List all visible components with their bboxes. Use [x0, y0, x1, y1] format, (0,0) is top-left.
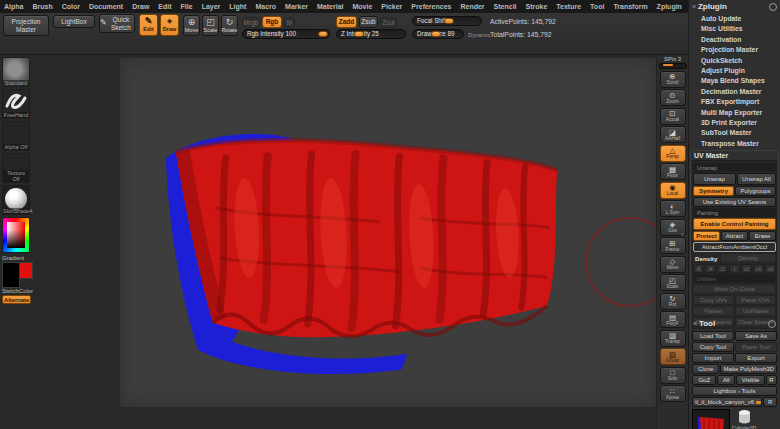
lightbox-button[interactable]: LightBox — [53, 15, 95, 28]
unflatten-button[interactable]: UnFlatten — [735, 306, 776, 316]
scroll-button[interactable]: ⊕Scroll — [660, 71, 686, 88]
zplugin-item-adjust-plugin[interactable]: Adjust Plugin — [701, 66, 780, 76]
unwrap-button[interactable]: Unwrap — [693, 173, 736, 185]
density-slider[interactable]: Density — [720, 253, 776, 263]
erase-button[interactable]: Erase — [749, 231, 776, 241]
zplugin-item-decimation-master[interactable]: Decimation Master — [701, 87, 780, 97]
make-polymesh3d-button[interactable]: Make PolyMesh3D — [720, 364, 777, 374]
document-viewport[interactable] — [120, 58, 656, 407]
zoom-button[interactable]: ⊙Zoom — [660, 89, 686, 106]
main-color-swatch[interactable] — [2, 262, 20, 288]
menu-color[interactable]: Color — [62, 3, 80, 10]
import-button[interactable]: Import — [692, 353, 734, 363]
collapse-arrow-icon[interactable]: « — [693, 320, 697, 327]
solo-button[interactable]: □Solo — [660, 367, 686, 384]
menu-marker[interactable]: Marker — [285, 3, 308, 10]
polyframe-button[interactable]: ▤PolyF — [660, 311, 686, 328]
color-picker[interactable] — [2, 217, 30, 253]
zplugin-item-deactivation[interactable]: Deactivation — [701, 35, 780, 45]
goz-button[interactable]: GoZ — [692, 375, 716, 385]
move-gizmo-button[interactable]: ◇Move — [660, 256, 686, 273]
zplugin-item-transpose-master[interactable]: Transpose Master — [701, 139, 780, 149]
sculpt-model[interactable] — [120, 58, 656, 407]
paste-uvs-button[interactable]: Paste UVs — [735, 295, 776, 305]
ghost-button[interactable]: ▧Ghost — [660, 348, 686, 365]
active-tool-thumbnail[interactable] — [692, 409, 730, 429]
density-step-4[interactable]: /4 — [705, 264, 716, 273]
draw-size-handle[interactable] — [431, 31, 441, 37]
menu-alpha[interactable]: Alpha — [4, 3, 23, 10]
copy-tool-button[interactable]: Copy Tool — [692, 342, 734, 352]
palette-menu-icon[interactable] — [768, 320, 776, 328]
export-button[interactable]: Export — [735, 353, 777, 363]
zplugin-item-multi-map-exporter[interactable]: Multi Map Exporter — [701, 108, 780, 118]
scale-gizmo-button[interactable]: ◰Scale — [660, 274, 686, 291]
zplugin-item-maya-blend-shapes[interactable]: Maya Blend Shapes — [701, 76, 780, 86]
menu-draw[interactable]: Draw — [132, 3, 149, 10]
flatten-button[interactable]: Flatten — [693, 306, 734, 316]
load-tool-button[interactable]: Load Tool — [692, 331, 734, 341]
alternate-button[interactable]: Alternate — [2, 295, 31, 304]
dynamic-label[interactable]: Dynamic — [468, 32, 491, 38]
aahalf-button[interactable]: ◪AAHalf — [660, 126, 686, 143]
menu-transform[interactable]: Transform — [613, 3, 647, 10]
zcut-button[interactable]: Zcut — [380, 17, 397, 28]
work-on-clone-button[interactable]: Work On Clone — [693, 284, 776, 294]
section-unwrap[interactable]: Unwrap — [693, 163, 776, 172]
section-painting[interactable]: Painting — [693, 208, 776, 217]
perspective-button[interactable]: △Persp — [660, 145, 686, 162]
zplugin-item-quicksketch[interactable]: QuickSketch — [701, 56, 780, 66]
z-intensity-handle[interactable] — [354, 31, 364, 37]
move-button[interactable]: ⊕ Move — [183, 15, 200, 36]
visible-button[interactable]: Visible — [736, 375, 765, 385]
rotate-gizmo-button[interactable]: ↻Rot — [660, 293, 686, 310]
menu-texture[interactable]: Texture — [556, 3, 581, 10]
local-pivot-button[interactable]: ◉Local — [660, 182, 686, 199]
canvas-area[interactable] — [33, 55, 656, 429]
current-tool-name-button[interactable]: tl_tl_block_canyon_v6 — [692, 397, 762, 407]
actual-size-button[interactable]: ⊡Actual — [660, 108, 686, 125]
menu-stroke[interactable]: Stroke — [526, 3, 548, 10]
menu-macro[interactable]: Macro — [255, 3, 276, 10]
scale-button[interactable]: ◰ Scale — [202, 15, 219, 36]
menu-light[interactable]: Light — [229, 3, 246, 10]
frame-button[interactable]: ⊞Frame — [660, 237, 686, 254]
edit-button[interactable]: ✎ Edit — [139, 14, 158, 36]
zplugin-item-subtool-master[interactable]: SubTool Master — [701, 128, 780, 138]
color-picker-gradient[interactable] — [7, 222, 25, 248]
menu-preferences[interactable]: Preferences — [411, 3, 451, 10]
secondary-color-swatch[interactable] — [19, 262, 33, 279]
m-button[interactable]: M — [284, 17, 295, 28]
zadd-button[interactable]: Zadd — [336, 16, 357, 28]
current-texture-thumbnail[interactable]: Texture Off — [2, 153, 30, 183]
menu-tool[interactable]: Tool — [590, 3, 604, 10]
menu-stencil[interactable]: Stencil — [494, 3, 517, 10]
spix-track[interactable] — [659, 63, 687, 69]
tool-slot-cylinder3d[interactable]: Cylinder3D — [732, 409, 756, 429]
density-step-x2[interactable]: x2 — [741, 264, 752, 273]
section-utilities[interactable]: Utilities — [693, 274, 776, 283]
zplugin-item-3d-print-exporter[interactable]: 3D Print Exporter — [701, 118, 780, 128]
transparency-button[interactable]: ▨Transp — [660, 330, 686, 347]
zplugin-item-misc-utilities[interactable]: Misc Utilities — [701, 24, 780, 34]
focal-shift-handle[interactable] — [444, 18, 454, 24]
xpose-button[interactable]: ∷Xpose — [660, 385, 686, 402]
menu-document[interactable]: Document — [89, 3, 123, 10]
quick-sketch-button[interactable]: ✎ Quick Sketch — [99, 14, 135, 33]
menu-render[interactable]: Render — [460, 3, 484, 10]
symmetry-button[interactable]: Symmetry — [693, 186, 734, 196]
current-stroke-thumbnail[interactable]: FreeHand — [2, 89, 30, 119]
uv-master-header[interactable]: UV Master — [691, 151, 778, 161]
attract-button[interactable]: Attract — [721, 231, 748, 241]
menu-material[interactable]: Material — [317, 3, 343, 10]
focal-shift-slider[interactable]: Focal Shift 0 — [412, 16, 482, 26]
density-step-1[interactable]: 1 — [729, 264, 740, 273]
save-as-button[interactable]: Save As — [735, 331, 777, 341]
draw-size-slider[interactable]: Draw Size 89 — [412, 29, 464, 39]
palette-menu-icon[interactable] — [769, 3, 777, 11]
enable-control-painting-button[interactable]: Enable Control Painting — [693, 218, 776, 230]
copy-uvs-button[interactable]: Copy UVs — [693, 295, 734, 305]
polygroups-button[interactable]: Polygroups — [735, 186, 776, 196]
zplugin-panel-header[interactable]: « Zplugin — [689, 0, 780, 13]
rgb-intensity-slider[interactable]: Rgb Intensity 100 — [242, 29, 330, 39]
